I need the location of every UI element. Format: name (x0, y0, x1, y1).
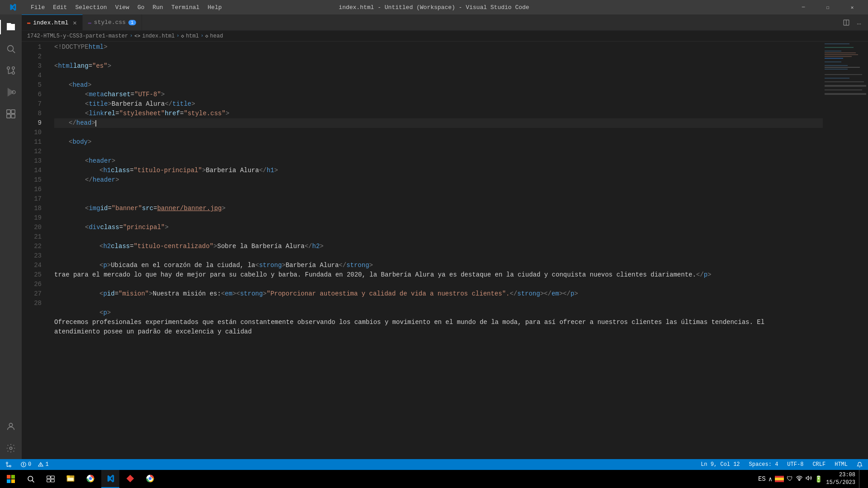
svg-rect-32 (7, 479, 10, 483)
menu-terminal[interactable]: Terminal (168, 2, 203, 13)
show-desktop-button[interactable] (859, 470, 863, 488)
menu-help[interactable]: Help (204, 2, 225, 13)
minimap-content (823, 42, 868, 98)
spaces-indicator[interactable]: Spaces: 4 (747, 461, 780, 468)
taskbar-clock[interactable]: 23:08 15/5/2023 (826, 471, 855, 487)
menu-run[interactable]: Run (149, 2, 166, 13)
token: </ (339, 261, 346, 270)
code-editor[interactable]: 1 2 3 4 5 6 7 8 9 10 11 12 13 14 15 16 1… (22, 42, 868, 459)
ln-19: 19 (22, 213, 42, 223)
token: = (153, 204, 157, 213)
split-editor-button[interactable] (841, 17, 852, 28)
code-line-22: <h2 class="titulo-centralizado">Sobre la… (54, 242, 823, 251)
vscode-logo[interactable] (5, 0, 20, 14)
token: < (69, 137, 72, 147)
notifications-bell[interactable] (855, 462, 864, 468)
token: Barbería Alura (112, 99, 165, 109)
activity-extensions[interactable] (0, 103, 22, 125)
token: "titulo-centralizado" (134, 242, 213, 251)
activity-source-control[interactable] (0, 60, 22, 81)
token: Ofrecemos profesionales experimentados q… (54, 318, 814, 337)
breadcrumb-file[interactable]: index.html (142, 33, 175, 39)
window-title: index.html - Untitled (Workspace) - Visu… (339, 4, 529, 11)
token: > (263, 289, 266, 299)
svg-point-7 (12, 67, 15, 70)
taskbar-chrome[interactable] (81, 470, 99, 488)
ln-16: 16 (22, 185, 42, 194)
token: = (180, 109, 184, 118)
token: p (704, 270, 708, 280)
encoding-indicator[interactable]: UTF-8 (785, 461, 805, 468)
line-ending-indicator[interactable]: CRLF (811, 461, 827, 468)
code-line-27 (54, 299, 823, 308)
token: meta (89, 90, 104, 99)
status-bar: 0 1 Ln 9, Col 12 Spaces: 4 UTF-8 CRLF HT… (0, 459, 868, 470)
token: href (165, 109, 180, 118)
token: class (111, 242, 130, 251)
token: > (115, 175, 119, 185)
tab-badge-style: 1 (128, 20, 136, 25)
code-line-10 (54, 128, 823, 137)
menu-file[interactable]: File (27, 2, 48, 13)
code-content[interactable]: <!DOCTYPE html> <html lang="es"> <head> … (47, 42, 823, 459)
svg-rect-15 (7, 114, 10, 118)
ln-7: 7 (22, 99, 42, 109)
svg-point-50 (799, 480, 800, 481)
ln-17: 17 (22, 194, 42, 204)
tray-volume[interactable] (806, 475, 812, 483)
menu-go[interactable]: Go (134, 2, 148, 13)
activity-search[interactable] (0, 38, 22, 60)
tray-antivirus[interactable]: 🛡 (787, 475, 793, 483)
breadcrumb-workspace[interactable]: 1742-HTML5-y-CSS3-parte1-master (27, 33, 128, 39)
tab-index-html[interactable]: ▬ index.html ✕ (22, 14, 83, 30)
svg-rect-38 (47, 479, 51, 482)
svg-point-18 (9, 447, 12, 450)
tab-close-index[interactable]: ✕ (73, 19, 76, 27)
token: em (552, 289, 559, 299)
html-file-icon: ▬ (27, 19, 30, 26)
language-indicator[interactable]: HTML (833, 461, 849, 468)
activity-account[interactable] (0, 416, 22, 437)
source-control-status[interactable] (4, 461, 14, 468)
menu-edit[interactable]: Edit (49, 2, 71, 13)
token: h1 (103, 166, 111, 175)
token: </ (259, 166, 267, 175)
token: charset (104, 90, 131, 99)
svg-point-22 (9, 465, 11, 467)
breadcrumb-head-element[interactable]: head (210, 33, 223, 39)
tray-battery[interactable]: 🔋 (815, 475, 822, 483)
activity-explorer[interactable] (0, 16, 22, 38)
close-button[interactable]: ✕ (842, 0, 863, 14)
maximize-button[interactable]: ☐ (817, 0, 838, 14)
breadcrumb-html-element[interactable]: html (186, 33, 199, 39)
tab-style-css[interactable]: ▬ style.css 1 (83, 14, 142, 30)
editor-area: ▬ index.html ✕ ▬ style.css 1 … (22, 14, 868, 459)
search-button[interactable] (22, 470, 40, 488)
tray-wifi[interactable] (796, 475, 803, 483)
minimize-button[interactable]: ─ (793, 0, 814, 14)
menu-selection[interactable]: Selection (71, 2, 110, 13)
tray-chevron[interactable]: ∧ (769, 475, 772, 483)
taskbar-chrome-2[interactable] (141, 470, 159, 488)
svg-rect-13 (7, 110, 10, 113)
ln-27: 27 (22, 289, 42, 299)
more-actions-button[interactable]: … (854, 17, 864, 28)
tray-language[interactable]: ES (758, 475, 766, 483)
svg-rect-14 (11, 110, 15, 113)
menu-view[interactable]: View (112, 2, 133, 13)
activity-settings[interactable] (0, 437, 22, 459)
svg-rect-37 (51, 476, 55, 479)
taskbar-vscode[interactable] (101, 470, 119, 488)
cursor-position[interactable]: Ln 9, Col 12 (699, 461, 741, 468)
taskbar-app-red[interactable] (121, 470, 139, 488)
status-bar-left: 0 1 (4, 461, 51, 468)
code-line-12 (54, 147, 823, 156)
svg-point-5 (7, 67, 10, 70)
error-count[interactable]: 0 1 (19, 461, 51, 468)
task-view-button[interactable] (42, 470, 60, 488)
activity-run-debug[interactable] (0, 81, 22, 103)
taskbar-file-explorer[interactable] (61, 470, 80, 488)
token: class (111, 166, 130, 175)
taskbar-date-value: 15/5/2023 (826, 479, 855, 487)
start-button[interactable] (2, 470, 20, 488)
